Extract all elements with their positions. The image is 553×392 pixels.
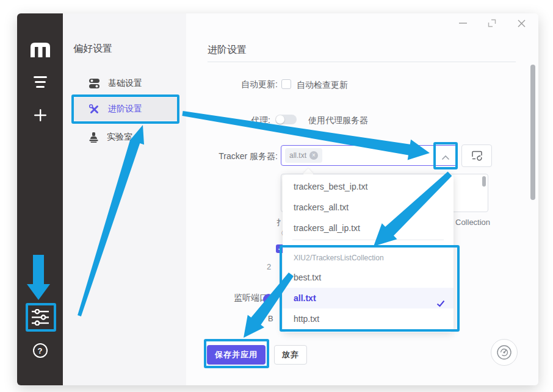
arrow-to-chevron xyxy=(182,111,430,160)
highlight-box-preferences-icon xyxy=(26,303,56,332)
app-window: ? 偏好设置 基础设置 进阶设置 实验室 进阶设置 xyxy=(0,0,553,392)
highlight-box-dropdown-group xyxy=(280,245,460,332)
arrow-to-advanced-nav xyxy=(78,125,144,316)
highlight-box-chevron xyxy=(433,142,458,169)
highlight-box-save-button xyxy=(204,339,269,368)
highlight-box-advanced-nav xyxy=(71,94,179,124)
arrow-to-preferences-icon xyxy=(27,255,50,300)
annotation-arrows xyxy=(0,0,553,392)
arrow-to-dropdown-group xyxy=(374,171,452,246)
